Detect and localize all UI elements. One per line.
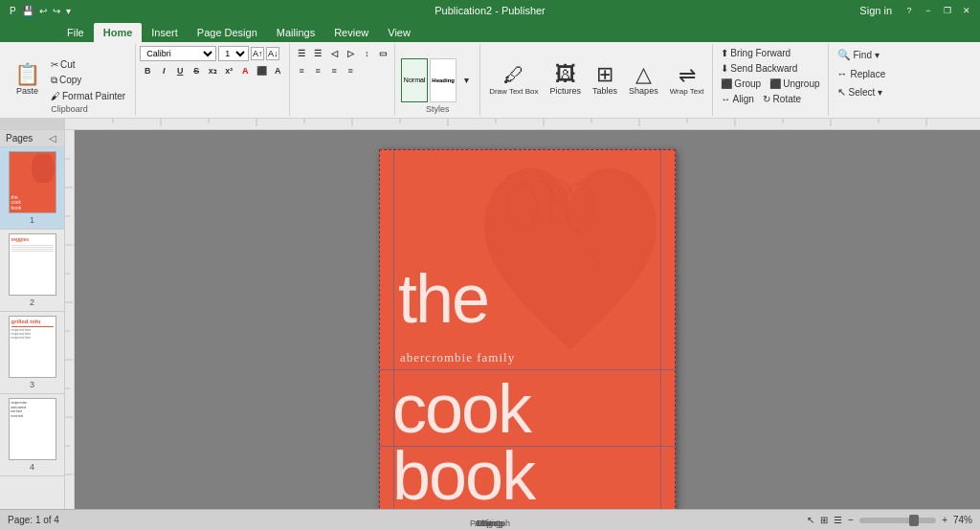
align-right-button[interactable]: ≡ xyxy=(326,63,342,78)
font-color-button[interactable]: A xyxy=(237,63,253,78)
cover-text-book[interactable]: book xyxy=(392,441,534,509)
horizontal-ruler xyxy=(65,119,980,129)
page-thumb-img-3: grilled tofu recipe text hererecipe text… xyxy=(9,316,56,378)
style-heading[interactable]: Heading xyxy=(430,58,457,102)
wrap-text-button[interactable]: ⇌ Wrap Text xyxy=(665,62,709,99)
pages-panel: Pages ◁ thecookbook 1 xyxy=(0,130,65,509)
publisher-icon: P xyxy=(8,5,18,17)
bullets-button[interactable]: ☰ xyxy=(294,46,309,61)
rotate-button[interactable]: ↻ Rotate xyxy=(759,92,805,106)
pictures-button[interactable]: 🖼 Pictures xyxy=(546,61,587,99)
copy-button[interactable]: ⧉ Copy xyxy=(47,73,129,88)
bold-button[interactable]: B xyxy=(140,63,155,78)
italic-button[interactable]: I xyxy=(156,63,171,78)
shapes-button[interactable]: △ Shapes xyxy=(624,61,663,99)
grow-font-button[interactable]: A↑ xyxy=(251,47,264,60)
ungroup-icon: ⬛ xyxy=(769,78,781,89)
tables-button[interactable]: ⊞ Tables xyxy=(588,61,622,99)
tab-home[interactable]: Home xyxy=(94,23,143,42)
publisher-page[interactable]: the abercrombie family cook book xyxy=(379,149,676,509)
numbering-button[interactable]: ☰ xyxy=(310,46,325,61)
page-thumb-4[interactable]: recipe notesand contenttext heremore tex… xyxy=(0,394,64,476)
arrange-row1: ⬆ Bring Forward xyxy=(717,46,823,60)
vertical-ruler-ticks xyxy=(65,130,75,513)
font-size-select[interactable]: 11 xyxy=(218,46,249,61)
send-backward-button[interactable]: ⬇ Send Backward xyxy=(717,61,801,76)
tab-file[interactable]: File xyxy=(57,23,94,42)
zoom-thumb[interactable] xyxy=(909,515,919,526)
ruler-area xyxy=(0,119,980,130)
tab-view[interactable]: View xyxy=(378,23,420,42)
close-button[interactable]: ✕ xyxy=(961,5,972,16)
format-painter-button[interactable]: 🖌 Format Painter xyxy=(47,89,129,103)
send-backward-icon: ⬇ xyxy=(721,63,728,74)
draw-text-box-button[interactable]: 🖊 Draw Text Box xyxy=(484,62,543,99)
cut-button[interactable]: ✂ Cut xyxy=(47,57,129,72)
guide-line-v2 xyxy=(660,149,661,509)
formatting-buttons: B I U S x₂ x² A ⬛ A xyxy=(140,63,285,78)
customize-quick-access[interactable]: ▾ xyxy=(64,5,73,17)
ribbon-group-font: Calibri 11 A↑ A↓ B I U S x₂ x² A ⬛ A Fon… xyxy=(136,44,290,116)
justify-button[interactable]: ≡ xyxy=(343,63,358,78)
underline-button[interactable]: U xyxy=(172,63,188,78)
tab-review[interactable]: Review xyxy=(324,23,378,42)
find-button[interactable]: 🔍 Find ▾ xyxy=(833,46,892,64)
redo-button[interactable]: ↪ xyxy=(51,5,62,17)
text-effects-button[interactable]: A xyxy=(270,63,285,78)
styles-dropdown-button[interactable]: ▾ xyxy=(458,73,474,88)
svg-point-18 xyxy=(32,154,55,183)
highlight-button[interactable]: ⬛ xyxy=(254,63,269,78)
align-button[interactable]: ↔ Align xyxy=(717,92,757,106)
subscript-button[interactable]: x₂ xyxy=(205,63,220,78)
page-thumb-1[interactable]: thecookbook 1 xyxy=(0,147,64,230)
group-button[interactable]: ⬛ Group xyxy=(717,77,765,91)
ribbon-group-clipboard: 📋 Paste ✂ Cut ⧉ Copy 🖌 Format Painter Cl… xyxy=(4,44,136,116)
font-name-select[interactable]: Calibri xyxy=(140,46,216,61)
page1-number: 1 xyxy=(30,215,34,225)
ruler-corner xyxy=(0,119,65,129)
zoom-slider[interactable] xyxy=(859,518,936,523)
cover-text-cook[interactable]: cook xyxy=(392,374,530,443)
align-left-button[interactable]: ≡ xyxy=(294,63,309,78)
save-button[interactable]: 💾 xyxy=(20,5,35,17)
indent-inc-button[interactable]: ▷ xyxy=(343,46,358,61)
superscript-button[interactable]: x² xyxy=(221,63,236,78)
restore-button[interactable]: ❐ xyxy=(942,5,953,16)
shading-button[interactable]: ▭ xyxy=(375,46,390,61)
shrink-font-button[interactable]: A↓ xyxy=(266,47,279,60)
page-thumb-img-4: recipe notesand contenttext heremore tex… xyxy=(9,398,56,460)
style-normal[interactable]: Normal xyxy=(401,58,428,102)
tab-mailings[interactable]: Mailings xyxy=(267,23,324,42)
cover-text-the[interactable]: the xyxy=(398,264,488,333)
pages-panel-collapse[interactable]: ◁ xyxy=(47,133,58,144)
replace-button[interactable]: ↔ Replace xyxy=(833,65,892,82)
page2-number: 2 xyxy=(30,298,34,307)
help-button[interactable]: ? xyxy=(903,5,915,16)
page-thumb-3[interactable]: grilled tofu recipe text hererecipe text… xyxy=(0,312,64,394)
ribbon-group-editing: 🔍 Find ▾ ↔ Replace ↖ Select ▾ Editing xyxy=(829,44,896,116)
minimize-button[interactable]: − xyxy=(923,5,934,16)
page4-preview: recipe notesand contenttext heremore tex… xyxy=(10,399,56,459)
replace-icon: ↔ xyxy=(837,68,848,79)
page3-thumb-text: grilled tofu xyxy=(11,319,54,324)
indent-dec-button[interactable]: ◁ xyxy=(326,46,342,61)
tab-insert[interactable]: Insert xyxy=(142,23,188,42)
strikethrough-button[interactable]: S xyxy=(189,63,204,78)
ribbon-tabs: File Home Insert Page Design Mailings Re… xyxy=(0,21,980,42)
cover-text-author[interactable]: abercrombie family xyxy=(400,350,515,365)
line-spacing-button[interactable]: ↕ xyxy=(359,46,374,61)
undo-button[interactable]: ↩ xyxy=(37,5,49,17)
paste-button[interactable]: 📋 Paste xyxy=(10,61,45,99)
sign-in-button[interactable]: Sign in xyxy=(856,4,896,17)
page1-thumb-text: thecookbook xyxy=(11,195,54,211)
tab-page-design[interactable]: Page Design xyxy=(188,23,267,42)
group-icon: ⬛ xyxy=(721,78,732,89)
canvas-area[interactable]: the abercrombie family cook book xyxy=(75,130,980,509)
paragraph-top-row: ☰ ☰ ◁ ▷ ↕ ▭ xyxy=(294,46,390,61)
select-button[interactable]: ↖ Select ▾ xyxy=(833,83,892,101)
align-center-button[interactable]: ≡ xyxy=(310,63,325,78)
bring-forward-button[interactable]: ⬆ Bring Forward xyxy=(717,46,794,60)
copy-icon: ⧉ xyxy=(51,75,57,86)
ungroup-button[interactable]: ⬛ Ungroup xyxy=(766,77,823,91)
page-thumb-2[interactable]: veggies 2 xyxy=(0,230,64,312)
